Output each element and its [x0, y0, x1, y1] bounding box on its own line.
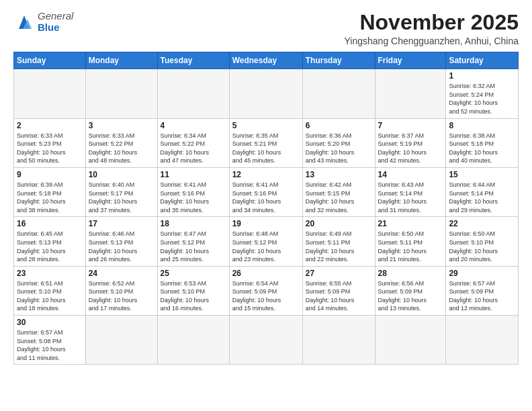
- day-number: 10: [89, 170, 154, 179]
- day-info: Sunrise: 6:56 AM Sunset: 5:09 PM Dayligh…: [378, 279, 443, 313]
- weekday-header-friday: Friday: [375, 52, 446, 69]
- calendar-cell: 17Sunrise: 6:46 AM Sunset: 5:13 PM Dayli…: [85, 217, 157, 266]
- day-number: 15: [449, 170, 515, 179]
- weekday-header-thursday: Thursday: [302, 52, 375, 69]
- day-number: 11: [161, 170, 226, 179]
- day-number: 14: [378, 170, 443, 179]
- day-info: Sunrise: 6:50 AM Sunset: 5:11 PM Dayligh…: [378, 230, 443, 263]
- calendar-cell: [302, 69, 375, 118]
- subtitle: Yingshang Chengguanzhen, Anhui, China: [345, 36, 519, 46]
- day-number: 22: [449, 219, 515, 228]
- day-number: 3: [89, 121, 154, 130]
- day-info: Sunrise: 6:54 AM Sunset: 5:09 PM Dayligh…: [232, 279, 300, 313]
- calendar: SundayMondayTuesdayWednesdayThursdayFrid…: [13, 52, 519, 365]
- day-info: Sunrise: 6:45 AM Sunset: 5:13 PM Dayligh…: [17, 230, 83, 263]
- header: General Blue November 2025 Yingshang Che…: [13, 11, 519, 46]
- day-number: 30: [17, 318, 83, 327]
- day-info: Sunrise: 6:57 AM Sunset: 5:09 PM Dayligh…: [449, 279, 515, 313]
- day-number: 8: [449, 121, 515, 130]
- calendar-cell: [85, 69, 157, 118]
- day-number: 21: [378, 219, 443, 228]
- day-number: 19: [232, 219, 300, 228]
- day-number: 12: [232, 170, 300, 179]
- day-info: Sunrise: 6:46 AM Sunset: 5:13 PM Dayligh…: [89, 230, 154, 263]
- calendar-cell: 24Sunrise: 6:52 AM Sunset: 5:10 PM Dayli…: [85, 266, 157, 315]
- day-info: Sunrise: 6:37 AM Sunset: 5:19 PM Dayligh…: [378, 132, 443, 165]
- calendar-cell: 9Sunrise: 6:39 AM Sunset: 5:18 PM Daylig…: [14, 167, 86, 216]
- day-info: Sunrise: 6:43 AM Sunset: 5:14 PM Dayligh…: [378, 181, 443, 214]
- calendar-cell: [302, 316, 375, 365]
- calendar-cell: 7Sunrise: 6:37 AM Sunset: 5:19 PM Daylig…: [375, 118, 446, 167]
- day-number: 25: [161, 269, 226, 278]
- calendar-cell: [85, 316, 157, 365]
- calendar-week-0: 1Sunrise: 6:32 AM Sunset: 5:24 PM Daylig…: [14, 69, 519, 118]
- calendar-cell: 26Sunrise: 6:54 AM Sunset: 5:09 PM Dayli…: [229, 266, 302, 315]
- calendar-cell: 21Sunrise: 6:50 AM Sunset: 5:11 PM Dayli…: [375, 217, 446, 266]
- calendar-cell: 20Sunrise: 6:49 AM Sunset: 5:11 PM Dayli…: [302, 217, 375, 266]
- day-number: 16: [17, 219, 83, 228]
- day-info: Sunrise: 6:49 AM Sunset: 5:11 PM Dayligh…: [306, 230, 372, 263]
- calendar-cell: [229, 69, 302, 118]
- calendar-week-3: 16Sunrise: 6:45 AM Sunset: 5:13 PM Dayli…: [14, 217, 519, 266]
- day-info: Sunrise: 6:48 AM Sunset: 5:12 PM Dayligh…: [232, 230, 300, 263]
- day-info: Sunrise: 6:47 AM Sunset: 5:12 PM Dayligh…: [161, 230, 226, 263]
- day-number: 17: [89, 219, 154, 228]
- calendar-cell: 14Sunrise: 6:43 AM Sunset: 5:14 PM Dayli…: [375, 167, 446, 216]
- day-info: Sunrise: 6:35 AM Sunset: 5:21 PM Dayligh…: [232, 132, 300, 165]
- weekday-header-sunday: Sunday: [14, 52, 86, 69]
- calendar-cell: 25Sunrise: 6:53 AM Sunset: 5:10 PM Dayli…: [157, 266, 229, 315]
- calendar-cell: 12Sunrise: 6:41 AM Sunset: 5:16 PM Dayli…: [229, 167, 302, 216]
- day-number: 1: [449, 71, 515, 81]
- weekday-header-monday: Monday: [85, 52, 157, 69]
- calendar-cell: 18Sunrise: 6:47 AM Sunset: 5:12 PM Dayli…: [157, 217, 229, 266]
- day-info: Sunrise: 6:41 AM Sunset: 5:16 PM Dayligh…: [161, 181, 226, 214]
- calendar-week-2: 9Sunrise: 6:39 AM Sunset: 5:18 PM Daylig…: [14, 167, 519, 216]
- day-number: 23: [17, 269, 83, 278]
- calendar-cell: [375, 316, 446, 365]
- calendar-cell: 29Sunrise: 6:57 AM Sunset: 5:09 PM Dayli…: [446, 266, 519, 315]
- month-title: November 2025: [345, 11, 519, 34]
- day-info: Sunrise: 6:53 AM Sunset: 5:10 PM Dayligh…: [161, 279, 226, 313]
- page: General Blue November 2025 Yingshang Che…: [0, 0, 532, 371]
- day-number: 29: [449, 269, 515, 278]
- calendar-cell: 27Sunrise: 6:55 AM Sunset: 5:09 PM Dayli…: [302, 266, 375, 315]
- day-number: 24: [89, 269, 154, 278]
- day-info: Sunrise: 6:32 AM Sunset: 5:24 PM Dayligh…: [449, 82, 515, 116]
- calendar-cell: 1Sunrise: 6:32 AM Sunset: 5:24 PM Daylig…: [446, 69, 519, 118]
- day-number: 6: [306, 121, 372, 130]
- logo-icon: [13, 13, 35, 32]
- day-number: 28: [378, 269, 443, 278]
- day-info: Sunrise: 6:44 AM Sunset: 5:14 PM Dayligh…: [449, 181, 515, 214]
- day-number: 7: [378, 121, 443, 130]
- calendar-cell: [229, 316, 302, 365]
- day-number: 5: [232, 121, 300, 130]
- weekday-header-row: SundayMondayTuesdayWednesdayThursdayFrid…: [14, 52, 519, 69]
- day-info: Sunrise: 6:55 AM Sunset: 5:09 PM Dayligh…: [306, 279, 372, 313]
- day-info: Sunrise: 6:51 AM Sunset: 5:10 PM Dayligh…: [17, 279, 83, 313]
- day-info: Sunrise: 6:36 AM Sunset: 5:20 PM Dayligh…: [306, 132, 372, 165]
- weekday-header-tuesday: Tuesday: [157, 52, 229, 69]
- calendar-cell: 8Sunrise: 6:38 AM Sunset: 5:18 PM Daylig…: [446, 118, 519, 167]
- calendar-cell: 3Sunrise: 6:33 AM Sunset: 5:22 PM Daylig…: [85, 118, 157, 167]
- day-number: 27: [306, 269, 372, 278]
- calendar-cell: 22Sunrise: 6:50 AM Sunset: 5:10 PM Dayli…: [446, 217, 519, 266]
- day-info: Sunrise: 6:52 AM Sunset: 5:10 PM Dayligh…: [89, 279, 154, 313]
- calendar-week-5: 30Sunrise: 6:57 AM Sunset: 5:08 PM Dayli…: [14, 316, 519, 365]
- day-info: Sunrise: 6:38 AM Sunset: 5:18 PM Dayligh…: [449, 132, 515, 165]
- weekday-header-wednesday: Wednesday: [229, 52, 302, 69]
- calendar-week-4: 23Sunrise: 6:51 AM Sunset: 5:10 PM Dayli…: [14, 266, 519, 315]
- day-number: 9: [17, 170, 83, 179]
- title-section: November 2025 Yingshang Chengguanzhen, A…: [345, 11, 519, 46]
- calendar-cell: 2Sunrise: 6:33 AM Sunset: 5:23 PM Daylig…: [14, 118, 86, 167]
- day-info: Sunrise: 6:57 AM Sunset: 5:08 PM Dayligh…: [17, 328, 83, 362]
- calendar-cell: 23Sunrise: 6:51 AM Sunset: 5:10 PM Dayli…: [14, 266, 86, 315]
- day-number: 2: [17, 121, 83, 130]
- calendar-cell: 10Sunrise: 6:40 AM Sunset: 5:17 PM Dayli…: [85, 167, 157, 216]
- calendar-cell: 11Sunrise: 6:41 AM Sunset: 5:16 PM Dayli…: [157, 167, 229, 216]
- day-number: 26: [232, 269, 300, 278]
- calendar-cell: [157, 69, 229, 118]
- calendar-cell: 19Sunrise: 6:48 AM Sunset: 5:12 PM Dayli…: [229, 217, 302, 266]
- calendar-cell: 5Sunrise: 6:35 AM Sunset: 5:21 PM Daylig…: [229, 118, 302, 167]
- day-number: 13: [306, 170, 372, 179]
- calendar-cell: [446, 316, 519, 365]
